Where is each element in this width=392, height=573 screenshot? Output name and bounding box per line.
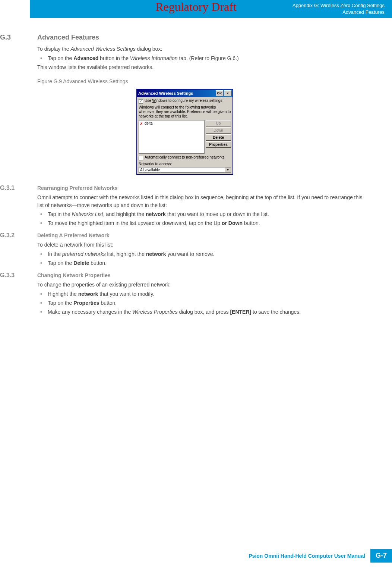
chevron-down-icon[interactable]: ▼ [225, 167, 231, 172]
g33-bullet-3: Make any necessary changes in the Wirele… [37, 308, 370, 316]
close-button[interactable]: × [224, 90, 231, 96]
dialog-title-text: Advanced Wireless Settings [138, 91, 215, 96]
page-footer: Psion Omnii Hand-Held Computer User Manu… [249, 549, 392, 563]
section-title-g3: Advanced Features [37, 34, 99, 41]
use-windows-checkbox[interactable]: ✓ [139, 99, 143, 104]
down-button[interactable]: Down [206, 127, 231, 134]
preferred-networks-list[interactable]: ✗ delta [139, 120, 205, 154]
g32-bullet-1: In the preferred networks list, highligh… [37, 250, 370, 258]
section-title-g31: Rearranging Preferred Networks [37, 185, 118, 191]
networks-to-access-dropdown[interactable]: All available ▼ [139, 167, 231, 173]
header-line-2: Advanced Features [37, 9, 385, 16]
ok-button[interactable]: OK [216, 90, 223, 96]
g3-followup-text: This window lists the available preferre… [37, 63, 370, 71]
section-number-g33: G.3.3 [0, 272, 37, 279]
section-title-g32: Deleting A Preferred Network [37, 232, 109, 238]
advanced-wireless-settings-dialog: Advanced Wireless Settings OK × ✓ Use Wi… [136, 89, 233, 175]
up-button[interactable]: Up [206, 120, 231, 126]
network-name: delta [145, 121, 153, 125]
delete-button[interactable]: Delete [206, 134, 231, 141]
section-number-g31: G.3.1 [0, 185, 37, 191]
section-title-g33: Changing Network Properties [37, 272, 111, 278]
networks-to-access-label: Networks to access: [139, 162, 231, 166]
g31-bullet-2: To move the highlighted item in the list… [37, 219, 370, 227]
network-list-item[interactable]: ✗ delta [140, 121, 203, 125]
page-number-badge: G-7 [370, 549, 392, 563]
dropdown-value: All available [139, 167, 225, 172]
g33-intro-text: To change the properties of an existing … [37, 281, 370, 288]
page-header-bar: Appendix G: Wireless Zero Config Setting… [30, 0, 392, 18]
section-number-g32: G.3.2 [0, 232, 37, 239]
network-icon: ✗ [140, 122, 143, 125]
g3-intro-text: To display the Advanced Wireless Setting… [37, 45, 370, 53]
header-line-1: Appendix G: Wireless Zero Config Setting… [37, 2, 385, 9]
g32-bullet-2: Tap on the Delete button. [37, 259, 370, 267]
g31-intro-text: Omnii attempts to connect with the netwo… [37, 194, 370, 209]
figure-caption: Figure G.9 Advanced Wireless Settings [37, 78, 370, 84]
dialog-info-text: Windows will connect to the following ne… [139, 105, 231, 119]
g33-bullet-1: Highlight the network that you want to m… [37, 290, 370, 298]
footer-manual-title: Psion Omnii Hand-Held Computer User Manu… [249, 553, 365, 559]
g3-bullet-1: Tap on the Advanced button in the Wirele… [37, 54, 370, 62]
auto-connect-checkbox[interactable] [139, 156, 143, 160]
g31-bullet-1: Tap in the Networks List, and highlight … [37, 210, 370, 218]
use-windows-label: Use Windows to configure my wireless set… [145, 98, 222, 103]
auto-connect-label: Automatically connect to non-preferred n… [145, 155, 225, 160]
dialog-titlebar: Advanced Wireless Settings OK × [137, 90, 233, 97]
properties-button[interactable]: Properties [206, 141, 231, 148]
g33-bullet-2: Tap on the Properties button. [37, 299, 370, 307]
g32-intro-text: To delete a network from this list: [37, 241, 370, 248]
section-number-g3: G.3 [0, 34, 37, 41]
